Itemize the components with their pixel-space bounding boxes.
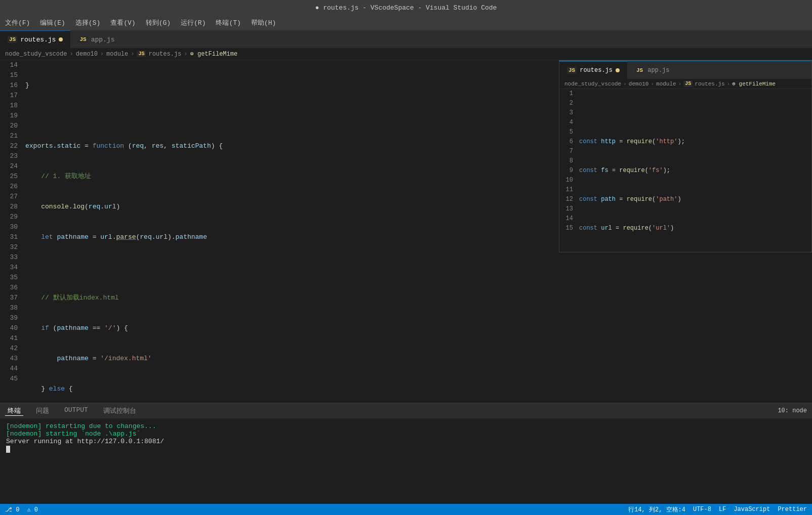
breadcrumb-part: node_study_vscode bbox=[5, 51, 67, 58]
breadcrumb-sep: › bbox=[131, 51, 134, 58]
line-number: 21 bbox=[5, 131, 18, 141]
breadcrumb-part: module bbox=[106, 51, 128, 58]
line-number: 19 bbox=[5, 111, 18, 121]
terminal-line: Server running at http://127.0.0.1:8081/ bbox=[6, 438, 806, 445]
status-encoding[interactable]: UTF-8 bbox=[693, 506, 711, 513]
line-number: 40 bbox=[5, 323, 18, 333]
line-number: 42 bbox=[5, 344, 18, 354]
terminal-tab-problems[interactable]: 问题 bbox=[33, 406, 52, 416]
js-icon: JS bbox=[8, 36, 17, 43]
breadcrumb: node_study_vscode › demo10 › module › JS… bbox=[0, 48, 812, 60]
split-code-line: const fs = require('fs'); bbox=[579, 166, 811, 176]
line-number: 41 bbox=[5, 333, 18, 344]
menu-edit[interactable]: 编辑(E) bbox=[40, 18, 65, 27]
status-git[interactable]: ⎇ 0 bbox=[5, 506, 19, 513]
breadcrumb-func: ⊕ getFileMime bbox=[732, 80, 776, 87]
line-number: 15 bbox=[5, 70, 18, 80]
status-line-ending[interactable]: LF bbox=[719, 506, 726, 513]
code-line bbox=[25, 263, 812, 273]
js-icon: JS bbox=[567, 67, 577, 74]
line-number: 35 bbox=[5, 273, 18, 283]
status-position[interactable]: 行14, 列2, 空格:4 bbox=[628, 505, 685, 514]
status-bar-right: 行14, 列2, 空格:4 UTF-8 LF JavaScript Pretti… bbox=[628, 505, 807, 514]
terminal-tabs: 终端 问题 OUTPUT 调试控制台 10: node bbox=[0, 403, 812, 418]
status-errors[interactable]: ⚠ 0 bbox=[27, 506, 38, 513]
terminal-content[interactable]: [nodemon] restarting due to changes... [… bbox=[0, 418, 812, 504]
terminal-area: 终端 问题 OUTPUT 调试控制台 10: node [nodemon] re… bbox=[0, 403, 812, 504]
code-line: } else { bbox=[25, 384, 812, 394]
breadcrumb-sep: › bbox=[100, 51, 104, 58]
line-number: 37 bbox=[5, 293, 18, 303]
breadcrumb-part: demo10 bbox=[76, 51, 98, 58]
status-formatter[interactable]: Prettier bbox=[778, 506, 807, 513]
status-bar: ⎇ 0 ⚠ 0 行14, 列2, 空格:4 UTF-8 LF JavaScrip… bbox=[0, 504, 812, 515]
line-number: 16 bbox=[5, 80, 18, 91]
menu-terminal[interactable]: 终端(T) bbox=[216, 18, 240, 27]
split-tab-routes-js[interactable]: JS routes.js bbox=[559, 61, 627, 79]
terminal-tab-group: 终端 问题 OUTPUT 调试控制台 bbox=[5, 406, 139, 416]
line-number: 43 bbox=[5, 354, 18, 364]
line-number: 32 bbox=[5, 242, 18, 252]
tab-routes-js[interactable]: JS routes.js bbox=[0, 30, 70, 48]
terminal-line: [nodemon] starting `node .\app.js` bbox=[6, 430, 806, 438]
breadcrumb-part: routes.js bbox=[695, 81, 724, 87]
line-number: 26 bbox=[5, 182, 18, 192]
terminal-tab-terminal[interactable]: 终端 bbox=[5, 406, 23, 416]
terminal-line-text: [nodemon] starting `node .\app.js` bbox=[6, 430, 140, 438]
terminal-tab-right: 10: node bbox=[778, 407, 807, 414]
line-number: 22 bbox=[5, 141, 18, 151]
menu-run[interactable]: 运行(R) bbox=[181, 18, 206, 27]
js-icon: JS bbox=[78, 36, 88, 43]
terminal-tab-debug[interactable]: 调试控制台 bbox=[101, 406, 139, 416]
line-number: 18 bbox=[5, 101, 18, 111]
title-bar: ● routes.js - VScodeSpace - Visual Studi… bbox=[0, 0, 812, 15]
status-language[interactable]: JavaScript bbox=[734, 506, 770, 513]
menu-goto[interactable]: 转到(G) bbox=[146, 18, 171, 27]
terminal-line-text: Server running at http://127.0.0.1:8081/ bbox=[6, 438, 164, 445]
line-number: 34 bbox=[5, 263, 18, 273]
terminal-tab-output[interactable]: OUTPUT bbox=[62, 406, 91, 416]
unsaved-indicator bbox=[616, 68, 620, 72]
line-number: 28 bbox=[5, 202, 18, 212]
split-line-numbers: 1 2 3 4 5 6 7 8 9 10 11 12 13 14 15 bbox=[559, 89, 577, 252]
tab-label: routes.js bbox=[580, 67, 613, 74]
breadcrumb-js-icon: JS bbox=[137, 51, 146, 57]
title-text: ● routes.js - VScodeSpace - Visual Studi… bbox=[315, 4, 497, 12]
split-tab-app-js[interactable]: JS app.js bbox=[627, 61, 677, 79]
terminal-line: [nodemon] restarting due to changes... bbox=[6, 422, 806, 430]
line-number: 17 bbox=[5, 91, 18, 101]
split-editor-tabs: JS routes.js JS app.js bbox=[559, 61, 811, 79]
menu-select[interactable]: 选择(S) bbox=[75, 18, 100, 27]
tab-label: routes.js bbox=[20, 36, 56, 44]
breadcrumb-part: node_study_vscode bbox=[564, 81, 621, 87]
breadcrumb-sep: › bbox=[184, 51, 187, 58]
editor-pane[interactable]: 14 15 16 17 18 19 20 21 22 23 24 25 26 2… bbox=[0, 60, 812, 403]
line-number: 36 bbox=[5, 283, 18, 293]
js-icon: JS bbox=[635, 67, 644, 74]
menu-help[interactable]: 帮助(H) bbox=[251, 18, 276, 27]
menu-file[interactable]: 文件(F) bbox=[5, 18, 30, 27]
line-number: 27 bbox=[5, 192, 18, 202]
tab-label: app.js bbox=[647, 67, 669, 74]
terminal-cursor-line bbox=[6, 445, 806, 453]
menu-view[interactable]: 查看(V) bbox=[110, 18, 135, 27]
line-number: 20 bbox=[5, 121, 18, 131]
line-number: 25 bbox=[5, 171, 18, 182]
split-code-line: const http = require('http'); bbox=[579, 137, 811, 147]
line-number: 31 bbox=[5, 232, 18, 242]
line-number: 30 bbox=[5, 222, 18, 232]
breadcrumb-part: routes.js bbox=[148, 51, 181, 58]
line-number: 24 bbox=[5, 161, 18, 171]
breadcrumb-func: ⊕ getFileMime bbox=[190, 50, 238, 58]
main-content: 14 15 16 17 18 19 20 21 22 23 24 25 26 2… bbox=[0, 60, 812, 403]
line-number: 29 bbox=[5, 212, 18, 222]
split-code-editor[interactable]: const http = require('http'); const fs =… bbox=[577, 89, 811, 252]
code-line: if (pathname == '/') { bbox=[25, 323, 812, 333]
split-code-container: 1 2 3 4 5 6 7 8 9 10 11 12 13 14 15 bbox=[559, 89, 811, 252]
line-numbers: 14 15 16 17 18 19 20 21 22 23 24 25 26 2… bbox=[0, 60, 23, 403]
terminal-line-text: [nodemon] restarting due to changes... bbox=[6, 422, 156, 430]
code-line: pathname = '/index.html' bbox=[25, 354, 812, 364]
editor-tabs: JS routes.js JS app.js bbox=[0, 30, 812, 48]
tab-app-js[interactable]: JS app.js bbox=[70, 30, 122, 48]
menu-bar: 文件(F) 编辑(E) 选择(S) 查看(V) 转到(G) 运行(R) 终端(T… bbox=[0, 15, 812, 30]
